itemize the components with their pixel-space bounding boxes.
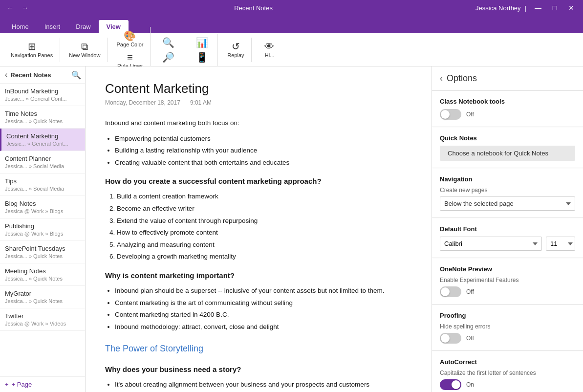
sidebar-item-blog-notes[interactable]: Blog Notes Jessica @ Work » Blogs (0, 196, 85, 218)
sidebar-item-sub: Jessica @ Work » Videos (5, 321, 80, 327)
autocorrect-toggle-label: On (466, 381, 474, 388)
zoom-out-button[interactable]: 🔍 (156, 36, 180, 49)
sidebar-item-inbound-marketing[interactable]: InBound Marketing Jessic... » General Co… (0, 84, 85, 106)
font-family-select[interactable]: Calibri Arial Times New Roman Segoe UI (440, 237, 542, 251)
sidebar-item-sub: Jessica... » Quick Notes (5, 298, 80, 304)
add-page-icon: + (5, 381, 9, 388)
list-item: Build a content creation framework (117, 191, 412, 202)
sidebar-item-time-notes[interactable]: Time Notes Jessica... » Quick Notes (0, 106, 85, 129)
sidebar-item-sharepoint-tuesdays[interactable]: SharePoint Tuesdays Jessica... » Quick N… (0, 241, 85, 263)
replay-button[interactable]: ↺ Replay (224, 40, 247, 60)
restore-button[interactable]: □ (547, 1, 562, 15)
proofing-toggle-row: Off (440, 333, 575, 344)
zoom-in-icon: 🔎 (162, 52, 174, 62)
options-back-button[interactable]: ‹ (440, 73, 443, 84)
autocorrect-toggle-row: On (440, 379, 575, 390)
autocorrect-section: AutoCorrect Capitalize the first letter … (432, 351, 583, 392)
font-size-select[interactable]: 8 9 10 11 12 14 (546, 237, 575, 251)
options-panel: ‹ Options Class Notebook tools Off Quick… (432, 66, 583, 392)
ribbon-toolbar: ⊞ Navigation Panes ⧉ New Window 🎨 Page C… (0, 33, 583, 66)
minimize-button[interactable]: — (530, 1, 546, 15)
view-icon2: 📱 (196, 52, 208, 62)
sidebar-back-button[interactable]: ‹ (4, 69, 8, 80)
sidebar-title: Recent Notes (10, 71, 51, 79)
page-color-button[interactable]: 🎨 Page Color (113, 29, 146, 49)
options-title: Options (447, 73, 477, 84)
sidebar-add-page[interactable]: + + Page (0, 376, 85, 392)
autocorrect-toggle[interactable] (440, 379, 461, 390)
navigation-panes-button[interactable]: ⊞ Navigation Panes (8, 40, 56, 60)
tab-draw[interactable]: Draw (68, 20, 98, 33)
navigation-section: Navigation Create new pages Below the se… (432, 169, 583, 218)
note-numbered: Build a content creation framework Becom… (105, 191, 412, 262)
sidebar-item-sub: Jessica @ Work » Blogs (5, 208, 80, 214)
sidebar-item-content-planner[interactable]: Content Planner Jessica... » Social Medi… (0, 151, 85, 174)
content-area: Content Marketing Monday, December 18, 2… (86, 66, 432, 392)
capitalize-label: Capitalize the first letter of sentences (440, 370, 575, 376)
sidebar-item-tips[interactable]: Tips Jessica... » Social Media (0, 174, 85, 196)
list-item: Extend the value of content through repu… (117, 216, 412, 226)
title-bar: ← → Recent Notes Jessica Northey | — □ ✕ (0, 0, 583, 16)
title-bar-user: Jessica Northey | — □ ✕ (475, 1, 579, 15)
view-btn1[interactable]: 📊 (190, 36, 214, 49)
options-header: ‹ Options (432, 66, 583, 91)
ribbon-tabs: Home Insert Draw View (0, 16, 583, 33)
sidebar-item-title: SharePoint Tuesdays (5, 245, 80, 252)
quick-notes-section: Quick Notes Choose a notebook for Quick … (432, 128, 583, 168)
list-item: Content marketing started in 4200 B.C. (115, 309, 412, 320)
back-button[interactable]: ← (4, 3, 17, 13)
list-item: Creating valuable content that both ente… (115, 157, 412, 168)
new-window-button[interactable]: ⧉ New Window (66, 40, 103, 60)
class-notebook-toggle[interactable] (440, 109, 461, 120)
tab-home[interactable]: Home (4, 20, 37, 33)
new-window-label: New Window (69, 52, 100, 58)
choose-notebook-button[interactable]: Choose a notebook for Quick Notes (440, 146, 575, 161)
class-notebook-toggle-row: Off (440, 109, 575, 120)
list-item: It's about creating alignment between yo… (115, 379, 412, 390)
replay-icon: ↺ (232, 42, 240, 51)
font-row: Calibri Arial Times New Roman Segoe UI 8… (440, 237, 575, 251)
title-bar-controls: — □ ✕ (530, 1, 579, 15)
onenote-preview-toggle[interactable] (440, 286, 461, 297)
forward-button[interactable]: → (19, 3, 31, 13)
list-item: Developing a growth marketing mentality (117, 251, 412, 262)
sidebar-item-meeting-notes[interactable]: Meeting Notes Jessica... » Quick Notes (0, 263, 85, 286)
proofing-toggle[interactable] (440, 333, 461, 344)
note-title: Content Marketing (105, 81, 412, 96)
hide-button[interactable]: 👁 Hi... (258, 40, 281, 60)
sidebar-item-twitter[interactable]: Twitter Jessica @ Work » Videos (0, 308, 85, 331)
sidebar-item-sub: Jessica... » Social Media (5, 186, 80, 192)
sidebar-item-publishing[interactable]: Publishing Jessica @ Work » Blogs (0, 218, 85, 241)
note-intro: Inbound and content marketing both focus… (105, 118, 412, 129)
list-item: Building a lasting relationship with you… (115, 145, 412, 156)
zoom-in-button[interactable]: 🔎 (156, 50, 180, 64)
proofing-toggle-label: Off (466, 335, 474, 342)
sidebar-item-title: Tips (5, 177, 80, 185)
ribbon-group-nav: ⊞ Navigation Panes (4, 38, 60, 62)
note-q2: Why is content marketing important? (105, 270, 412, 282)
sidebar-search-button[interactable]: 🔍 (71, 70, 81, 80)
note-date: Monday, December 18, 2017 (105, 99, 180, 106)
autocorrect-title: AutoCorrect (440, 358, 575, 366)
page-color-label: Page Color (116, 42, 143, 47)
navigation-dropdown[interactable]: Below the selected page At the end of th… (440, 196, 575, 211)
onenote-preview-section: OneNote Preview Enable Experimental Feat… (432, 259, 583, 305)
main-layout: ‹ Recent Notes 🔍 InBound Marketing Jessi… (0, 66, 583, 392)
separator: | (525, 4, 526, 12)
sidebar-item-mygrator[interactable]: MyGrator Jessica... » Quick Notes (0, 286, 85, 308)
note-list1: Empowering potential customers Building … (105, 133, 412, 168)
class-notebook-section: Class Notebook tools Off (432, 91, 583, 127)
ribbon-group-window: ⧉ New Window (62, 38, 108, 62)
ribbon-group-replay: ↺ Replay (220, 38, 252, 62)
hide-icon: 👁 (264, 42, 274, 51)
list-item: Empowering potential customers (115, 133, 412, 144)
view-btn2[interactable]: 📱 (190, 50, 214, 64)
close-button[interactable]: ✕ (563, 1, 579, 15)
sidebar-item-content-marketing[interactable]: Content Marketing Jessic... » General Co… (0, 129, 85, 151)
sidebar-item-sub: Jessica... » Social Media (5, 163, 80, 169)
tab-insert[interactable]: Insert (37, 20, 68, 33)
sidebar-item-sub: Jessic... » General Cont... (6, 141, 80, 147)
onenote-preview-toggle-row: Off (440, 286, 575, 297)
note-list3: It's about creating alignment between yo… (105, 379, 412, 392)
class-notebook-title: Class Notebook tools (440, 98, 575, 105)
